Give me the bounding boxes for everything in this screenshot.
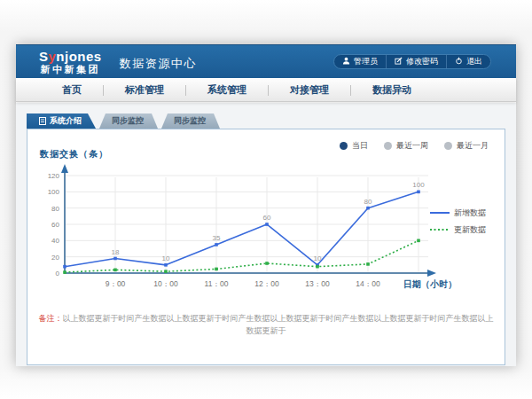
power-icon [455,57,463,66]
svg-text:10: 10 [162,254,170,262]
content-area: 系统介绍 同步监控 同步监控 当日 最近一周 [16,103,516,366]
user-menu-button[interactable]: 管理员 [334,55,386,68]
radio-label: 最近一周 [396,140,428,152]
brand-wordmark: Synjones [39,50,102,63]
svg-text:60: 60 [263,214,271,222]
svg-text:18: 18 [112,248,120,256]
document-icon [39,117,46,125]
y-axis-title: 数据交换（条） [40,148,108,160]
radio-icon [444,142,452,150]
svg-text:80: 80 [51,205,59,213]
nav-item-home[interactable]: 首页 [41,83,103,97]
svg-text:10: 10 [314,254,322,262]
nav-item-system-mgmt[interactable]: 系统管理 [186,83,268,97]
company-logo: Synjones 新中新集团 [39,50,102,74]
change-password-button[interactable]: 修改密码 [386,55,446,68]
footnote-prefix: 备注： [39,314,63,323]
nav-item-interface-mgmt[interactable]: 对接管理 [269,83,350,97]
svg-text:14：00: 14：00 [356,279,380,288]
radio-last-month[interactable]: 最近一月 [444,140,489,152]
radio-today[interactable]: 当日 [340,140,368,152]
svg-text:13：00: 13：00 [305,279,330,288]
tab-label: 同步监控 [112,115,144,127]
main-nav: 首页 标准管理 系统管理 对接管理 数据异动 [16,78,516,102]
svg-text:10：00: 10：00 [153,279,178,288]
radio-icon [384,142,392,150]
chart-panel: 当日 最近一周 最近一月 数据交换（条） 0204060801001209：00… [27,129,505,365]
tab-label: 同步监控 [174,115,206,127]
edit-icon [395,57,403,66]
time-range-options: 当日 最近一周 最近一月 [340,140,489,152]
svg-text:0: 0 [56,270,60,278]
svg-text:100: 100 [48,188,60,196]
logout-label: 退出 [466,56,482,67]
svg-text:35: 35 [213,234,221,242]
svg-text:日期（小时）: 日期（小时） [403,279,457,289]
page-title: 数据资源中心 [120,52,197,72]
radio-last-week[interactable]: 最近一周 [384,140,428,152]
svg-text:40: 40 [51,237,59,245]
nav-item-data-change[interactable]: 数据异动 [351,83,433,97]
tab-bar: 系统介绍 同步监控 同步监控 [27,113,505,129]
svg-text:新增数据: 新增数据 [454,208,486,217]
user-action-bar: 管理员 修改密码 退出 [333,54,491,69]
footnote: 备注：以上数据更新于时间产生数据以上数据更新于时间产生数据以上数据更新于时间产生… [36,313,496,337]
tab-sync-monitor-1[interactable]: 同步监控 [99,113,158,129]
svg-text:100: 100 [412,181,425,189]
svg-text:更新数据: 更新数据 [454,225,486,234]
radio-label: 当日 [352,140,368,152]
app-header: Synjones 新中新集团 数据资源中心 管理员 修改密码 退出 [16,44,516,78]
line-chart: 0204060801001209：0010：0011：0012：0013：001… [31,161,510,303]
logout-button[interactable]: 退出 [446,55,490,68]
svg-text:11：00: 11：00 [205,279,229,288]
tab-system-intro[interactable]: 系统介绍 [27,113,96,129]
company-name: 新中新集团 [39,65,102,74]
app-window: Synjones 新中新集团 数据资源中心 管理员 修改密码 退出 [16,44,516,366]
svg-text:12：00: 12：00 [254,279,279,288]
nav-item-standard-mgmt[interactable]: 标准管理 [104,83,185,97]
tab-label: 系统介绍 [50,115,82,127]
footnote-text: 以上数据更新于时间产生数据以上数据更新于时间产生数据以上数据更新于时间产生数据以… [63,314,494,335]
radio-icon [340,142,348,150]
change-password-label: 修改密码 [406,56,438,67]
svg-text:120: 120 [48,172,60,180]
user-icon [342,57,350,66]
svg-text:80: 80 [364,198,372,206]
svg-text:9：00: 9：00 [106,279,126,288]
radio-label: 最近一月 [457,140,489,152]
svg-text:20: 20 [51,254,59,262]
tab-sync-monitor-2[interactable]: 同步监控 [161,113,220,129]
user-label: 管理员 [354,56,378,67]
svg-text:60: 60 [51,221,59,229]
